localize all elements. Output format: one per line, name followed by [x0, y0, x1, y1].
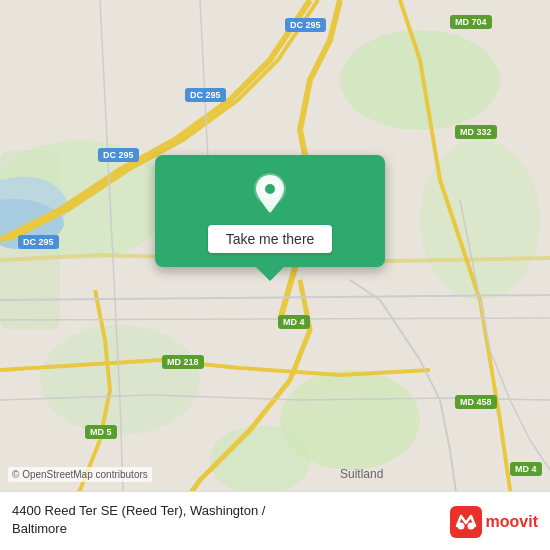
moovit-logo-icon [450, 506, 482, 538]
road-label-dc295-top: DC 295 [285, 18, 326, 32]
info-bar: 4400 Reed Ter SE (Reed Ter), Washington … [0, 491, 550, 550]
road-label-md4: MD 4 [278, 315, 310, 329]
take-me-there-button[interactable]: Take me there [208, 225, 333, 253]
location-pin-icon [248, 171, 292, 215]
svg-text:Suitland: Suitland [340, 467, 383, 481]
road-label-md4-br: MD 4 [510, 462, 542, 476]
copyright-text: © OpenStreetMap contributors [8, 467, 152, 482]
moovit-text: moovit [486, 513, 538, 531]
road-label-dc295-mid1: DC 295 [185, 88, 226, 102]
road-label-md704: MD 704 [450, 15, 492, 29]
road-label-md458: MD 458 [455, 395, 497, 409]
address-text: 4400 Reed Ter SE (Reed Ter), Washington … [12, 502, 265, 538]
road-label-md5: MD 5 [85, 425, 117, 439]
moovit-logo[interactable]: moovit [450, 506, 538, 538]
location-popup: Take me there [155, 155, 385, 267]
road-label-md332: MD 332 [455, 125, 497, 139]
road-label-dc295-left: DC 295 [18, 235, 59, 249]
road-label-md218: MD 218 [162, 355, 204, 369]
svg-point-2 [340, 30, 500, 130]
road-label-dc295-mid2: DC 295 [98, 148, 139, 162]
map-container: Suitland DC 295 DC 295 DC 295 DC 295 MD … [0, 0, 550, 550]
svg-point-11 [265, 184, 275, 194]
svg-point-6 [210, 425, 310, 495]
